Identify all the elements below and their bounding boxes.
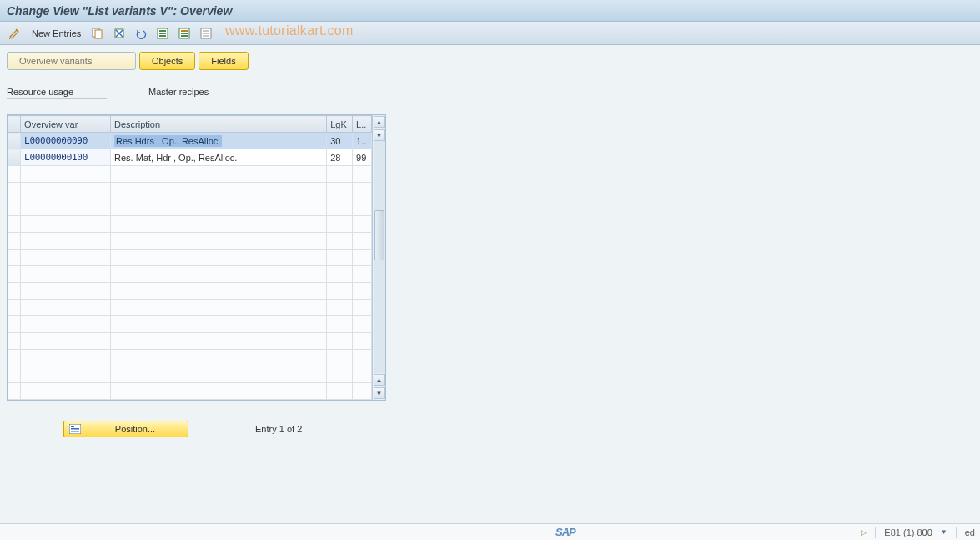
svg-rect-7 <box>159 33 166 34</box>
status-separator <box>956 527 957 538</box>
table-row-empty[interactable] <box>8 250 372 266</box>
cell-lext[interactable]: 99 <box>353 149 372 166</box>
watermark-text: www.tutorialkart.com <box>225 23 354 38</box>
cell-lgk[interactable]: 30 <box>327 133 353 149</box>
cell-overview-var[interactable]: L00000000100 <box>21 149 111 166</box>
status-indicator-icon[interactable]: ▷ <box>861 528 867 537</box>
delete-icon[interactable] <box>111 25 128 42</box>
row-selector[interactable] <box>8 133 21 149</box>
entry-counter: Entry 1 of 2 <box>255 424 302 434</box>
scroll-up-icon[interactable]: ▲ <box>374 116 385 128</box>
tab-label: Fields <box>211 56 235 66</box>
svg-rect-19 <box>71 428 79 430</box>
table-row-empty[interactable] <box>8 233 372 250</box>
col-lgk[interactable]: LgK <box>327 116 353 133</box>
cell-description[interactable]: Res. Mat, Hdr , Op., ResAlloc. <box>111 149 327 166</box>
page-title: Change View "List variants V": Overview <box>7 4 232 18</box>
svg-rect-11 <box>181 33 188 34</box>
table-row-empty[interactable] <box>8 166 372 183</box>
svg-rect-20 <box>71 431 79 432</box>
table-scrollbar[interactable]: ▲ ▼ ▲ ▼ <box>372 115 385 400</box>
scroll-down-icon[interactable]: ▼ <box>374 129 385 141</box>
col-overview-var[interactable]: Overview var <box>21 116 111 133</box>
col-selector[interactable] <box>8 116 21 133</box>
status-tail: ed <box>965 527 975 537</box>
status-separator <box>875 527 876 538</box>
app-toolbar: New Entries www.tutorialkart.com <box>0 22 980 45</box>
col-description[interactable]: Description <box>111 116 327 133</box>
tab-label: Objects <box>152 56 183 66</box>
table-row-empty[interactable] <box>8 183 372 199</box>
new-entries-button[interactable]: New Entries <box>28 28 84 38</box>
table-row[interactable]: L00000000090Res Hdrs , Op., ResAlloc.301… <box>8 133 372 149</box>
svg-rect-10 <box>181 30 188 32</box>
table-row-empty[interactable] <box>8 350 372 366</box>
undo-icon[interactable] <box>133 25 149 42</box>
svg-rect-15 <box>203 33 209 34</box>
tab-overview-variants[interactable]: Overview variants <box>7 52 136 70</box>
svg-rect-6 <box>159 30 166 32</box>
status-bar: SAP ▷ E81 (1) 800 ▼ ed <box>0 523 980 540</box>
status-system: E81 (1) 800 <box>884 527 932 537</box>
svg-rect-8 <box>159 35 166 37</box>
subheader-labels: Resource usage Master recipes <box>7 87 973 99</box>
table-row-empty[interactable] <box>8 266 372 283</box>
scroll-track[interactable] <box>374 141 385 373</box>
tab-label: Overview variants <box>19 56 92 66</box>
table-row[interactable]: L00000000100Res. Mat, Hdr , Op., ResAllo… <box>8 149 372 166</box>
table-row-empty[interactable] <box>8 333 372 350</box>
svg-rect-18 <box>71 426 74 427</box>
table-row-empty[interactable] <box>8 383 372 400</box>
cell-lext[interactable]: 1.. <box>353 133 372 149</box>
scroll-down2-icon[interactable]: ▼ <box>374 387 385 399</box>
deselect-all-icon[interactable] <box>198 25 214 42</box>
toggle-edit-icon[interactable] <box>7 25 23 42</box>
svg-rect-1 <box>95 30 102 38</box>
table-row-empty[interactable] <box>8 316 372 333</box>
row-selector[interactable] <box>8 149 21 166</box>
resource-usage-label: Resource usage <box>7 87 107 99</box>
sap-logo: SAP <box>5 526 575 538</box>
position-label: Position... <box>88 424 183 434</box>
col-lext[interactable]: L.. <box>353 116 372 133</box>
svg-rect-16 <box>203 35 209 37</box>
position-icon <box>69 424 81 434</box>
tab-row: Overview variants Objects Fields <box>7 52 973 70</box>
cell-overview-var[interactable]: L00000000090 <box>21 133 111 149</box>
table-row-empty[interactable] <box>8 216 372 233</box>
copy-icon[interactable] <box>89 25 106 42</box>
svg-rect-14 <box>203 30 209 32</box>
variants-table: Overview var Description LgK L.. L000000… <box>8 115 372 400</box>
content-area: Overview variants Objects Fields Resourc… <box>0 45 980 523</box>
table-row-empty[interactable] <box>8 300 372 316</box>
select-all-icon[interactable] <box>154 25 171 42</box>
master-recipes-label: Master recipes <box>148 87 209 99</box>
table-footer: Position... Entry 1 of 2 <box>7 421 973 437</box>
title-bar: Change View "List variants V": Overview <box>0 0 980 22</box>
variants-table-wrap: Overview var Description LgK L.. L000000… <box>7 114 386 401</box>
table-row-empty[interactable] <box>8 283 372 300</box>
scroll-thumb[interactable] <box>374 210 384 260</box>
tab-fields[interactable]: Fields <box>199 52 248 70</box>
table-row-empty[interactable] <box>8 199 372 216</box>
cell-description[interactable]: Res Hdrs , Op., ResAlloc. <box>111 133 327 149</box>
svg-rect-12 <box>181 35 188 37</box>
select-block-icon[interactable] <box>176 25 193 42</box>
table-row-empty[interactable] <box>8 366 372 383</box>
status-dropdown-icon[interactable]: ▼ <box>941 528 947 536</box>
cell-lgk[interactable]: 28 <box>327 149 353 166</box>
position-button[interactable]: Position... <box>63 421 188 437</box>
scroll-up2-icon[interactable]: ▲ <box>374 374 385 386</box>
tab-objects[interactable]: Objects <box>139 52 195 70</box>
